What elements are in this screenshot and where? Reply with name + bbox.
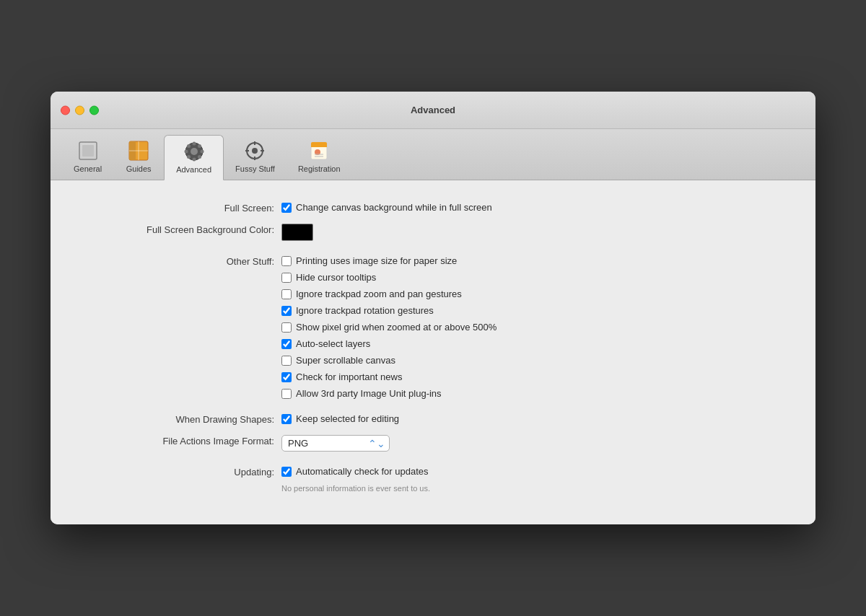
super-scroll-label[interactable]: Super scrollable canvas [296, 355, 395, 366]
hide-cursor-label[interactable]: Hide cursor tooltips [296, 272, 376, 283]
window-title: Advanced [411, 105, 455, 115]
guides-icon [127, 139, 150, 162]
toolbar: General Guides [51, 129, 815, 180]
other-stuff-content: Printing uses image size for paper sizeH… [281, 255, 497, 399]
svg-rect-1 [82, 145, 94, 157]
other-stuff-checkbox-row-2: Ignore trackpad zoom and pan gestures [281, 289, 497, 299]
tab-advanced[interactable]: Advanced [164, 135, 224, 180]
traffic-lights [61, 105, 99, 115]
close-button[interactable] [61, 105, 70, 115]
auto-update-checkbox[interactable] [281, 467, 292, 477]
updating-checkbox-row: Automatically check for updates [281, 466, 430, 477]
auto-select-label[interactable]: Auto-select layers [296, 338, 370, 349]
other-stuff-checkbox-row-7: Check for important news [281, 371, 497, 382]
content-area: Full Screen: Change canvas background wh… [51, 180, 815, 524]
updating-hint: No personal information is ever sent to … [281, 484, 430, 493]
tab-general-label: General [74, 164, 102, 173]
tab-guides-label: Guides [126, 164, 152, 173]
tab-fussy-stuff-label: Fussy Stuff [235, 164, 275, 173]
when-drawing-checkbox-row: Keep selected for editing [281, 413, 399, 424]
full-screen-row: Full Screen: Change canvas background wh… [79, 202, 787, 214]
when-drawing-content: Keep selected for editing [281, 413, 399, 424]
svg-point-10 [184, 150, 188, 154]
check-news-checkbox[interactable] [281, 372, 292, 382]
updating-label: Updating: [79, 466, 281, 478]
full-screen-checkbox[interactable] [281, 203, 292, 213]
tab-fussy-stuff[interactable]: Fussy Stuff [224, 135, 287, 180]
other-stuff-checkbox-row-8: Allow 3rd party Image Unit plug-ins [281, 388, 497, 399]
fussy-stuff-icon [243, 139, 266, 162]
when-drawing-label: When Drawing Shapes: [79, 413, 281, 425]
keep-selected-label[interactable]: Keep selected for editing [296, 413, 399, 424]
auto-select-checkbox[interactable] [281, 339, 292, 349]
ignore-trackpad-rotation-checkbox[interactable] [281, 306, 292, 316]
file-format-content: PNG JPEG TIFF PDF ⌃⌄ [281, 435, 390, 452]
general-icon [76, 139, 100, 162]
other-stuff-checkbox-row-1: Hide cursor tooltips [281, 272, 497, 283]
auto-update-label[interactable]: Automatically check for updates [296, 466, 429, 477]
svg-point-11 [200, 150, 204, 154]
pixel-grid-checkbox[interactable] [281, 322, 292, 333]
svg-point-17 [252, 148, 258, 154]
tab-guides[interactable]: Guides [113, 135, 164, 180]
file-format-select[interactable]: PNG JPEG TIFF PDF [281, 435, 390, 452]
bg-color-label: Full Screen Background Color: [79, 224, 281, 235]
printing-checkbox[interactable] [281, 256, 292, 266]
svg-point-7 [191, 148, 198, 155]
svg-point-14 [198, 144, 201, 148]
tab-advanced-label: Advanced [176, 165, 211, 174]
bg-color-content [281, 224, 313, 241]
svg-point-13 [198, 155, 201, 159]
file-format-select-wrapper: PNG JPEG TIFF PDF ⌃⌄ [281, 435, 390, 452]
allow-plugins-label[interactable]: Allow 3rd party Image Unit plug-ins [296, 388, 442, 399]
svg-point-8 [192, 142, 196, 146]
tab-registration[interactable]: Registration [287, 135, 352, 180]
other-stuff-checkbox-row-4: Show pixel grid when zoomed at or above … [281, 322, 497, 333]
other-stuff-checkbox-row-5: Auto-select layers [281, 338, 497, 349]
updating-content: Automatically check for updates No perso… [281, 466, 430, 493]
file-format-label: File Actions Image Format: [79, 435, 281, 446]
svg-point-12 [187, 144, 191, 148]
full-screen-content: Change canvas background while in full s… [281, 202, 492, 213]
when-drawing-row: When Drawing Shapes: Keep selected for e… [79, 413, 787, 425]
full-screen-checkbox-row: Change canvas background while in full s… [281, 202, 492, 213]
other-stuff-checkbox-row-0: Printing uses image size for paper size [281, 255, 497, 266]
ignore-trackpad-rotation-label[interactable]: Ignore trackpad rotation gestures [296, 305, 434, 316]
other-stuff-checkbox-row-6: Super scrollable canvas [281, 355, 497, 366]
ignore-trackpad-zoom-checkbox[interactable] [281, 289, 292, 299]
svg-point-9 [192, 158, 196, 162]
keep-selected-checkbox[interactable] [281, 414, 292, 424]
svg-point-15 [187, 155, 191, 159]
registration-icon [307, 139, 331, 162]
allow-plugins-checkbox[interactable] [281, 389, 292, 399]
full-screen-label: Full Screen: [79, 202, 281, 214]
other-stuff-row: Other Stuff: Printing uses image size fo… [79, 255, 787, 399]
svg-rect-24 [311, 145, 327, 147]
hide-cursor-checkbox[interactable] [281, 273, 292, 283]
super-scroll-checkbox[interactable] [281, 356, 292, 366]
updating-row: Updating: Automatically check for update… [79, 466, 787, 493]
file-format-row: File Actions Image Format: PNG JPEG TIFF… [79, 435, 787, 452]
bg-color-row: Full Screen Background Color: [79, 224, 787, 241]
tab-registration-label: Registration [298, 164, 341, 173]
titlebar: Advanced [51, 92, 815, 129]
other-stuff-label: Other Stuff: [79, 255, 281, 267]
other-stuff-checkbox-row-3: Ignore trackpad rotation gestures [281, 305, 497, 316]
maximize-button[interactable] [89, 105, 99, 115]
printing-label[interactable]: Printing uses image size for paper size [296, 255, 457, 266]
main-window: Advanced General Guide [51, 92, 815, 524]
color-swatch[interactable] [281, 224, 313, 241]
minimize-button[interactable] [75, 105, 84, 115]
check-news-label[interactable]: Check for important news [296, 371, 402, 382]
full-screen-checkbox-label[interactable]: Change canvas background while in full s… [296, 202, 492, 213]
advanced-icon [183, 140, 206, 163]
ignore-trackpad-zoom-label[interactable]: Ignore trackpad zoom and pan gestures [296, 289, 462, 299]
tab-general[interactable]: General [62, 135, 113, 180]
pixel-grid-label[interactable]: Show pixel grid when zoomed at or above … [296, 322, 497, 333]
